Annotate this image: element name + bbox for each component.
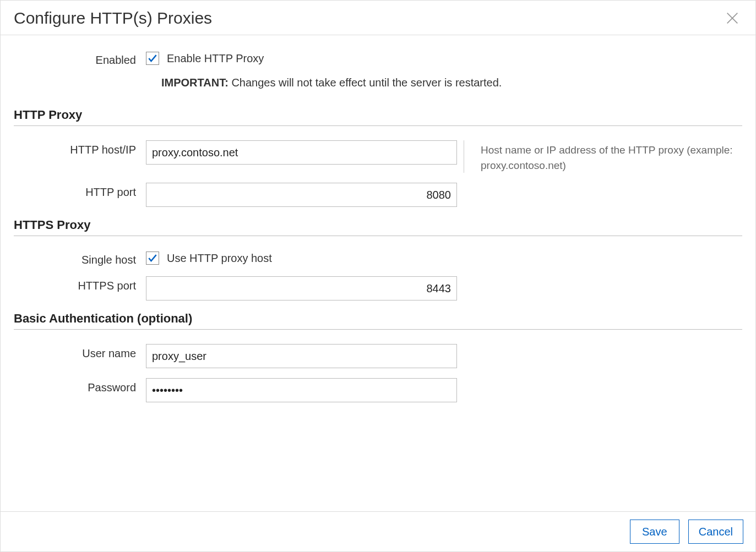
https-port-input[interactable] xyxy=(146,276,457,300)
configure-proxies-dialog: Configure HTTP(s) Proxies Enabled Enable… xyxy=(0,0,756,552)
https-proxy-heading: HTTPS Proxy xyxy=(14,218,742,232)
username-label: User name xyxy=(14,344,146,360)
http-host-input[interactable] xyxy=(146,140,457,165)
single-host-row: Single host Use HTTP proxy host xyxy=(14,250,742,266)
enable-proxy-checkbox-label: Enable HTTP Proxy xyxy=(167,52,264,65)
http-proxy-heading: HTTP Proxy xyxy=(14,108,742,122)
important-note-row: IMPORTANT: Changes will not take effect … xyxy=(14,76,742,89)
single-host-checkbox-label: Use HTTP proxy host xyxy=(167,252,272,265)
important-prefix: IMPORTANT: xyxy=(161,76,229,89)
close-icon xyxy=(725,10,740,26)
http-host-label: HTTP host/IP xyxy=(14,140,146,156)
enable-proxy-checkbox[interactable] xyxy=(146,52,159,65)
single-host-checkbox[interactable] xyxy=(146,252,159,265)
check-icon xyxy=(147,253,158,264)
https-proxy-divider xyxy=(14,236,742,236)
dialog-title: Configure HTTP(s) Proxies xyxy=(14,9,212,28)
http-host-row: HTTP host/IP Host name or IP address of … xyxy=(14,140,742,173)
close-button[interactable] xyxy=(722,8,742,28)
basic-auth-heading: Basic Authentication (optional) xyxy=(14,311,742,326)
dialog-header: Configure HTTP(s) Proxies xyxy=(1,1,755,35)
important-note: IMPORTANT: Changes will not take effect … xyxy=(146,76,502,89)
check-icon xyxy=(147,53,158,64)
enabled-row: Enabled Enable HTTP Proxy xyxy=(14,51,742,67)
save-button[interactable]: Save xyxy=(630,520,679,544)
http-port-input[interactable] xyxy=(146,183,457,207)
https-port-row: HTTPS port xyxy=(14,276,742,300)
basic-auth-divider xyxy=(14,329,742,330)
http-port-row: HTTP port xyxy=(14,183,742,207)
enable-proxy-checkbox-wrap: Enable HTTP Proxy xyxy=(146,51,457,65)
password-row: Password xyxy=(14,378,742,402)
dialog-footer: Save Cancel xyxy=(1,511,755,551)
http-proxy-divider xyxy=(14,125,742,126)
password-label: Password xyxy=(14,378,146,394)
password-input[interactable] xyxy=(146,378,457,402)
dialog-body: Enabled Enable HTTP Proxy IMPORTANT: Cha… xyxy=(1,35,755,511)
http-port-label: HTTP port xyxy=(14,183,146,199)
single-host-checkbox-wrap: Use HTTP proxy host xyxy=(146,250,457,265)
enabled-label: Enabled xyxy=(14,51,146,67)
username-row: User name xyxy=(14,344,742,368)
cancel-button[interactable]: Cancel xyxy=(688,520,743,544)
http-host-help: Host name or IP address of the HTTP prox… xyxy=(464,140,742,173)
single-host-label: Single host xyxy=(14,250,146,266)
important-message: Changes will not take effect until the s… xyxy=(229,76,502,89)
username-input[interactable] xyxy=(146,344,457,368)
https-port-label: HTTPS port xyxy=(14,276,146,292)
